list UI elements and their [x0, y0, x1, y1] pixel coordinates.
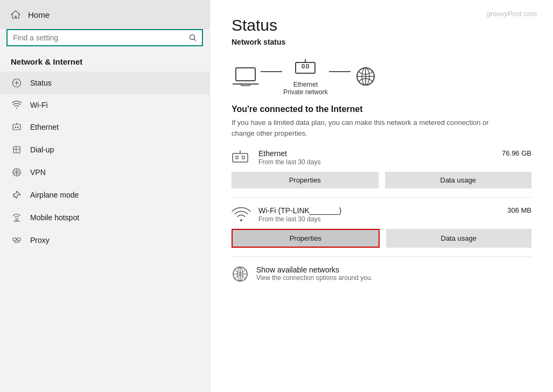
- show-networks-icon: [232, 265, 249, 283]
- wifi-card-text: Wi-Fi (TP-LINK_______) From the last 30 …: [258, 206, 500, 223]
- wifi-card-name: Wi-Fi (TP-LINK_______): [258, 206, 500, 215]
- sidebar-item-wifi[interactable]: Wi-Fi: [0, 94, 209, 116]
- search-icon: [189, 34, 197, 41]
- svg-rect-21: [296, 62, 315, 73]
- sidebar-item-vpn[interactable]: VPN: [0, 161, 209, 184]
- svg-rect-4: [15, 127, 16, 128]
- wifi-card-usage: 306 MB: [507, 206, 531, 214]
- connection-status: You're connected to the Internet: [232, 104, 531, 114]
- svg-point-31: [240, 219, 242, 221]
- svg-rect-12: [13, 238, 16, 241]
- svg-point-0: [190, 35, 195, 40]
- sidebar-item-proxy-label: Proxy: [30, 236, 50, 244]
- svg-rect-13: [17, 238, 20, 241]
- show-networks-sub: View the connection options around you.: [256, 274, 373, 282]
- ethernet-icon-sidebar: [11, 122, 23, 132]
- show-networks: Show available networks View the connect…: [232, 265, 531, 283]
- sidebar-item-ethernet-label: Ethernet: [30, 123, 59, 131]
- home-label: Home: [28, 10, 50, 19]
- svg-rect-18: [236, 68, 255, 81]
- sidebar-item-proxy[interactable]: Proxy: [0, 229, 209, 251]
- wifi-card-icon: [232, 206, 251, 223]
- show-networks-text: Show available networks View the connect…: [256, 265, 373, 282]
- svg-rect-30: [242, 156, 244, 159]
- wifi-data-usage-button[interactable]: Data usage: [386, 229, 532, 248]
- sidebar-item-hotspot[interactable]: Mobile hotspot: [0, 206, 209, 229]
- svg-rect-23: [302, 65, 304, 68]
- sidebar-item-vpn-label: VPN: [30, 168, 46, 177]
- svg-rect-27: [233, 153, 248, 162]
- vpn-icon: [11, 167, 23, 177]
- separator2: [232, 256, 531, 257]
- dialup-icon: [11, 145, 23, 155]
- sidebar-item-airplane[interactable]: Airplane mode: [0, 184, 209, 206]
- laptop-diagram-icon: [232, 66, 260, 87]
- search-input[interactable]: [13, 33, 189, 42]
- section-title: Network status: [232, 38, 531, 46]
- airplane-icon: [11, 190, 23, 200]
- sidebar-section-title: Network & Internet: [0, 54, 209, 72]
- sidebar-item-ethernet[interactable]: Ethernet: [0, 116, 209, 138]
- wifi-card-buttons: Properties Data usage: [232, 229, 531, 248]
- line1: [261, 71, 282, 72]
- sidebar-item-dialup[interactable]: Dial-up: [0, 138, 209, 161]
- sidebar-item-dialup-label: Dial-up: [30, 145, 54, 154]
- svg-rect-7: [13, 146, 20, 153]
- ethernet-card-usage: 76.96 GB: [502, 149, 531, 157]
- separator: [232, 197, 531, 198]
- ethernet-card-text: Ethernet From the last 30 days: [258, 149, 494, 166]
- svg-rect-24: [306, 65, 309, 68]
- page-title: Status: [232, 16, 531, 34]
- status-icon: [11, 78, 23, 88]
- globe-diagram-icon: [352, 66, 380, 87]
- ethernet-properties-button[interactable]: Properties: [232, 172, 379, 188]
- search-box[interactable]: [6, 29, 203, 46]
- sidebar-item-wifi-label: Wi-Fi: [30, 101, 48, 109]
- svg-rect-29: [236, 156, 238, 159]
- sidebar-item-status-label: Status: [30, 79, 52, 87]
- ethernet-diagram-icon: Ethernet Private network: [283, 57, 328, 96]
- sidebar: Home Network & Internet Status: [0, 0, 210, 392]
- watermark: groovyPost.com: [487, 10, 537, 18]
- sidebar-home[interactable]: Home: [0, 0, 209, 29]
- network-diagram: Ethernet Private network: [232, 57, 531, 96]
- sidebar-item-airplane-label: Airplane mode: [30, 191, 79, 199]
- home-icon: [11, 10, 20, 19]
- hotspot-icon: [11, 213, 23, 222]
- ethernet-diagram-label: Ethernet Private network: [283, 81, 328, 96]
- proxy-icon: [11, 235, 23, 245]
- sidebar-item-status[interactable]: Status: [0, 72, 209, 94]
- ethernet-network-card: Ethernet From the last 30 days 76.96 GB …: [232, 149, 531, 188]
- connection-desc: If you have a limited data plan, you can…: [232, 117, 490, 138]
- svg-rect-3: [13, 124, 20, 130]
- wifi-card-sub: From the last 30 days: [258, 215, 500, 223]
- sidebar-item-hotspot-label: Mobile hotspot: [30, 213, 79, 222]
- wifi-icon: [11, 101, 23, 109]
- wifi-network-card: Wi-Fi (TP-LINK_______) From the last 30 …: [232, 206, 531, 248]
- svg-line-1: [194, 39, 197, 41]
- wifi-properties-button[interactable]: Properties: [232, 229, 380, 248]
- main-content: groovyPost.com Status Network status Eth…: [210, 0, 553, 392]
- ethernet-card-name: Ethernet: [258, 149, 494, 158]
- ethernet-data-usage-button[interactable]: Data usage: [385, 172, 532, 188]
- line2: [329, 71, 351, 72]
- svg-rect-20: [241, 84, 250, 86]
- show-networks-title: Show available networks: [256, 265, 373, 274]
- ethernet-card-buttons: Properties Data usage: [232, 172, 531, 188]
- svg-rect-5: [17, 127, 18, 128]
- ethernet-card-icon: [232, 149, 251, 166]
- ethernet-card-sub: From the last 30 days: [258, 158, 494, 166]
